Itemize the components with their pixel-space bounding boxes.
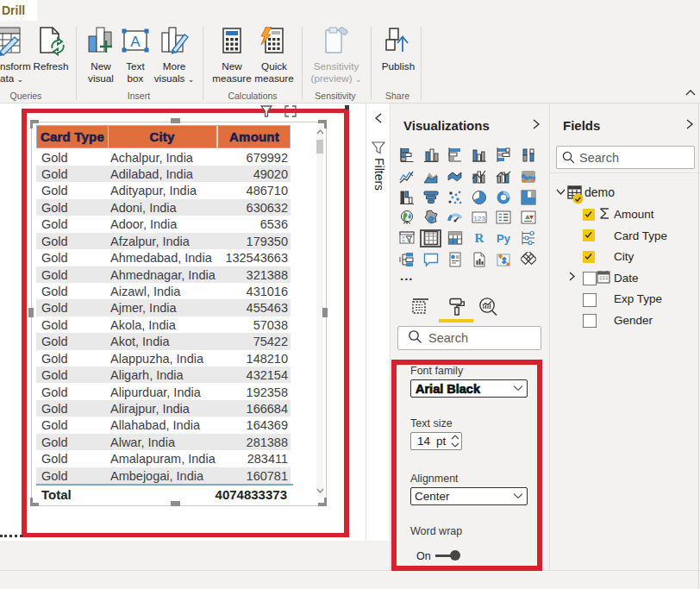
svg-text:Py: Py (497, 231, 511, 244)
svg-text:A: A (130, 34, 141, 50)
svg-text:R: R (475, 231, 484, 245)
svg-text:123: 123 (474, 215, 486, 222)
